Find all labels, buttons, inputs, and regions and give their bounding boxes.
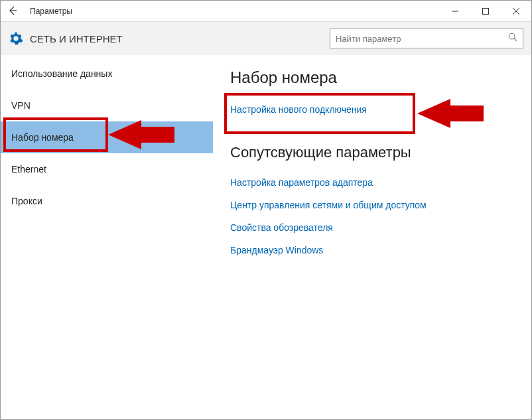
header-title: СЕТЬ И ИНТЕРНЕТ — [30, 33, 330, 44]
gear-icon — [9, 31, 23, 46]
maximize-button[interactable] — [470, 1, 501, 22]
back-button[interactable] — [1, 1, 25, 22]
related-heading: Сопутсвующие параметры — [230, 144, 514, 161]
settings-sidebar: Использование данных VPN Набор номера Et… — [1, 55, 213, 419]
search-input[interactable] — [336, 34, 508, 44]
network-center-link[interactable]: Центр управления сетями и общим доступом — [230, 200, 514, 210]
svg-line-6 — [514, 38, 517, 41]
sidebar-item-label: Ethernet — [11, 164, 46, 175]
sidebar-item-label: VPN — [11, 100, 31, 111]
minimize-button[interactable] — [440, 1, 470, 22]
sidebar-item-data-usage[interactable]: Использование данных — [1, 58, 213, 90]
adapter-settings-link[interactable]: Настройка параметров адаптера — [230, 177, 514, 188]
main-content: Набор номера Настройка нового подключени… — [213, 55, 531, 419]
svg-point-5 — [509, 33, 515, 39]
new-connection-link[interactable]: Настройка нового подключения — [230, 104, 514, 115]
sidebar-item-label: Прокси — [11, 196, 42, 206]
sidebar-item-label: Использование данных — [11, 68, 112, 79]
sidebar-item-label: Набор номера — [11, 132, 74, 143]
svg-rect-2 — [483, 8, 489, 14]
window-titlebar: Параметры — [1, 1, 531, 22]
window-title: Параметры — [30, 7, 440, 16]
firewall-link[interactable]: Брандмауэр Windows — [230, 245, 514, 255]
sidebar-item-vpn[interactable]: VPN — [1, 90, 213, 121]
search-icon — [508, 33, 517, 44]
sidebar-item-proxy[interactable]: Прокси — [1, 185, 213, 217]
sidebar-item-dialup[interactable]: Набор номера — [1, 121, 213, 153]
sidebar-item-ethernet[interactable]: Ethernet — [1, 153, 213, 185]
close-button[interactable] — [501, 1, 531, 22]
main-heading: Набор номера — [230, 68, 514, 87]
search-box[interactable] — [330, 29, 523, 48]
settings-header: СЕТЬ И ИНТЕРНЕТ — [1, 22, 531, 55]
internet-options-link[interactable]: Свойства обозревателя — [230, 222, 514, 233]
